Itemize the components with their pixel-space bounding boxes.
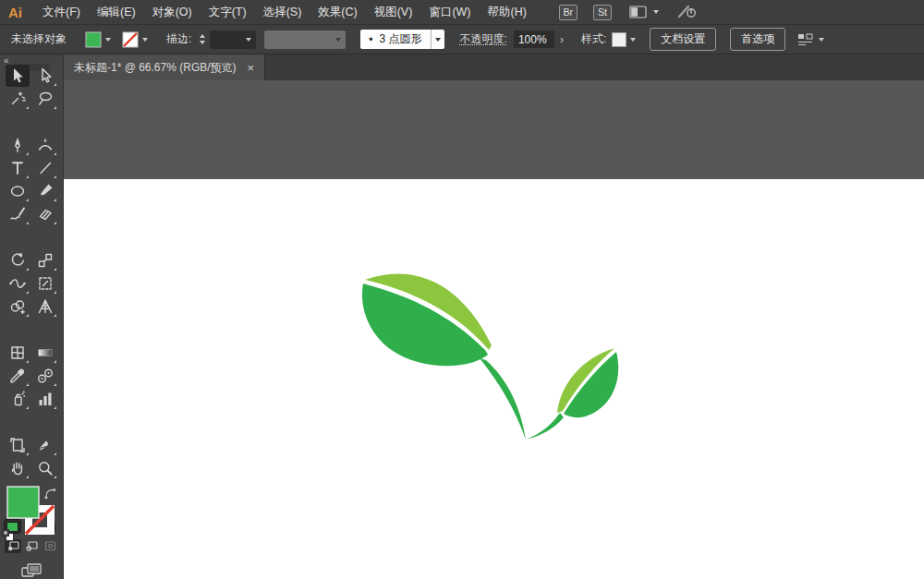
chevron-down-icon[interactable] xyxy=(142,38,148,42)
chevron-down-icon xyxy=(630,38,636,42)
chevron-down-icon xyxy=(246,38,251,42)
opacity-label[interactable]: 不透明度: xyxy=(460,31,507,47)
stylus-power-icon xyxy=(677,3,698,19)
artboard-tool[interactable] xyxy=(6,434,30,456)
stroke-weight-dropdown[interactable] xyxy=(210,30,256,49)
menu-type[interactable]: 文字(T) xyxy=(201,0,255,24)
menu-select[interactable]: 选择(S) xyxy=(255,0,310,24)
collapse-panel-icon[interactable]: « xyxy=(4,55,7,66)
chevron-down-icon[interactable] xyxy=(105,38,111,42)
scale-tool[interactable] xyxy=(33,249,57,271)
opacity-input[interactable] xyxy=(514,30,554,48)
rotate-tool[interactable] xyxy=(6,249,30,271)
shape-builder-tool[interactable] xyxy=(6,296,30,318)
eraser-tool[interactable] xyxy=(33,203,57,225)
brush-chevron[interactable] xyxy=(431,30,444,49)
document-setup-button[interactable]: 文档设置 xyxy=(650,28,716,51)
control-bar: 未选择对象 描边: • 3 点圆 xyxy=(0,25,924,54)
tools-panel: « xyxy=(0,54,64,579)
type-tool[interactable] xyxy=(6,157,30,179)
style-label: 样式: xyxy=(581,31,606,47)
curvature-tool[interactable] xyxy=(33,134,57,156)
magic-wand-tool[interactable] xyxy=(6,88,30,110)
menu-file[interactable]: 文件(F) xyxy=(34,0,89,24)
draw-behind-icon xyxy=(26,541,38,551)
direct-selection-tool[interactable] xyxy=(33,65,57,87)
symbol-sprayer-tool[interactable] xyxy=(6,388,30,410)
draw-inside-icon xyxy=(44,541,56,551)
stroke-color-control[interactable] xyxy=(122,31,148,48)
brush-definition-dropdown[interactable]: • 3 点圆形 xyxy=(360,30,444,49)
mesh-tool[interactable] xyxy=(6,342,30,364)
fill-indicator[interactable] xyxy=(6,486,40,519)
screen-mode-button[interactable] xyxy=(19,563,43,579)
menu-window[interactable]: 窗口(W) xyxy=(420,0,479,24)
left-stem[interactable] xyxy=(480,358,526,440)
stroke-weight-label: 描边: xyxy=(166,31,191,47)
selection-tool[interactable] xyxy=(6,65,30,87)
shaper-tool[interactable] xyxy=(6,203,30,225)
tools-grid xyxy=(0,65,63,480)
canvas[interactable] xyxy=(64,80,924,579)
main-area: « xyxy=(0,54,924,579)
brush-dot-icon: • xyxy=(369,33,372,46)
swap-fill-stroke-icon[interactable] xyxy=(44,488,56,500)
touch-workspace-toggle[interactable] xyxy=(677,3,698,22)
chevron-down-icon xyxy=(335,38,341,42)
illustrator-window: Ai 文件(F) 编辑(E) 对象(O) 文字(T) 选择(S) 效果(C) 视… xyxy=(0,0,924,579)
tools-panel-header: « xyxy=(0,54,63,65)
default-fill-stroke-icon[interactable] xyxy=(2,529,14,541)
draw-inside-button xyxy=(42,539,58,553)
style-dropdown[interactable] xyxy=(606,32,636,47)
slice-tool[interactable] xyxy=(33,434,57,456)
column-graph-tool[interactable] xyxy=(33,388,57,410)
lasso-tool[interactable] xyxy=(33,88,57,110)
document-tab-title: 未标题-1* @ 66.67% (RGB/预览) xyxy=(74,60,237,76)
ellipse-tool[interactable] xyxy=(6,180,30,202)
paintbrush-tool[interactable] xyxy=(33,180,57,202)
stepper-up-icon[interactable] xyxy=(200,34,205,38)
width-profile-dropdown[interactable] xyxy=(264,30,346,49)
brush-value[interactable]: • 3 点圆形 xyxy=(360,30,430,49)
free-transform-tool[interactable] xyxy=(33,272,57,295)
menu-edit[interactable]: 编辑(E) xyxy=(89,0,144,24)
right-stem[interactable] xyxy=(526,413,564,440)
opacity-more-button[interactable]: › xyxy=(557,33,566,46)
draw-normal-icon xyxy=(7,541,19,551)
leaf-sprout-artwork[interactable] xyxy=(351,262,628,456)
draw-behind-button[interactable] xyxy=(23,539,40,553)
stroke-none-swatch[interactable] xyxy=(122,31,139,48)
preferences-button[interactable]: 首选项 xyxy=(730,28,785,51)
screen-mode-icon xyxy=(21,563,42,579)
hand-tool[interactable] xyxy=(6,457,30,479)
arrange-documents-control[interactable] xyxy=(797,32,824,47)
workspace-switcher[interactable] xyxy=(629,5,659,19)
width-tool[interactable] xyxy=(6,272,30,295)
stepper-down-icon[interactable] xyxy=(200,41,205,44)
menu-view[interactable]: 视图(V) xyxy=(366,0,421,24)
zoom-tool[interactable] xyxy=(33,457,57,479)
fill-swatch[interactable] xyxy=(85,31,102,48)
chevron-down-icon xyxy=(653,10,659,14)
fill-color-control[interactable] xyxy=(85,31,111,48)
chevron-down-icon xyxy=(819,38,824,42)
pen-tool[interactable] xyxy=(6,134,30,156)
close-tab-icon[interactable]: × xyxy=(248,61,255,75)
document-tab-bar: 未标题-1* @ 66.67% (RGB/预览) × xyxy=(64,54,924,80)
menu-bar: Ai 文件(F) 编辑(E) 对象(O) 文字(T) 选择(S) 效果(C) 视… xyxy=(0,0,924,25)
perspective-grid-tool[interactable] xyxy=(33,296,57,318)
bridge-button[interactable]: Br xyxy=(559,5,578,20)
document-tab[interactable]: 未标题-1* @ 66.67% (RGB/预览) × xyxy=(64,54,265,80)
style-swatch[interactable] xyxy=(612,32,626,47)
menu-object[interactable]: 对象(O) xyxy=(144,0,201,24)
line-segment-tool[interactable] xyxy=(33,157,57,179)
menu-effect[interactable]: 效果(C) xyxy=(310,0,365,24)
brush-name: 3 点圆形 xyxy=(380,31,422,47)
eyedropper-tool[interactable] xyxy=(6,365,30,387)
stroke-weight-stepper[interactable] xyxy=(197,30,208,49)
chevron-down-icon xyxy=(435,38,441,42)
blend-tool[interactable] xyxy=(33,365,57,387)
menu-help[interactable]: 帮助(H) xyxy=(480,0,535,24)
stock-button[interactable]: St xyxy=(593,5,612,20)
gradient-tool[interactable] xyxy=(33,342,57,364)
